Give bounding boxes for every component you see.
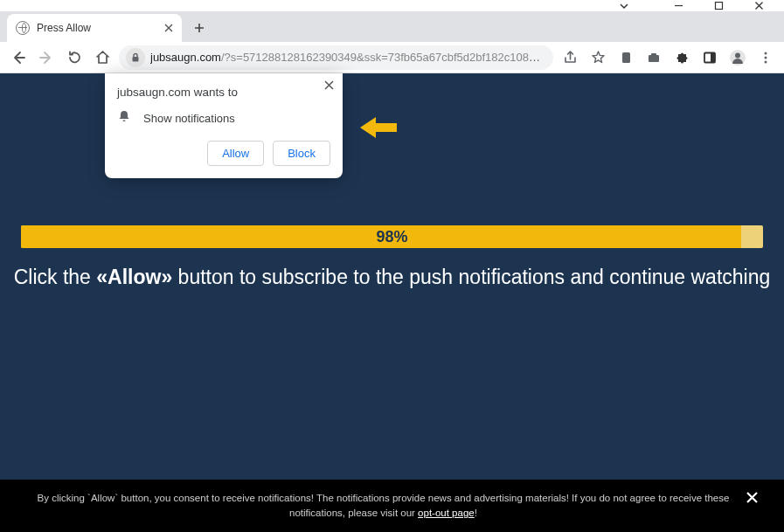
page-content: 98% Click the «Allow» button to subscrib… <box>0 73 784 532</box>
browser-tab[interactable]: Press Allow <box>7 14 182 42</box>
back-button[interactable] <box>7 46 30 69</box>
bookmark-star-icon[interactable] <box>586 46 609 69</box>
svg-rect-4 <box>649 55 659 62</box>
share-icon[interactable] <box>559 46 581 69</box>
consent-footer: By clicking `Allow` button, you consent … <box>0 480 784 533</box>
close-prompt-icon[interactable] <box>324 79 334 93</box>
chevron-down-icon[interactable] <box>611 0 637 11</box>
prompt-body-text: Show notifications <box>143 112 235 125</box>
svg-point-11 <box>765 56 767 59</box>
reload-button[interactable] <box>63 46 86 69</box>
maximize-button[interactable] <box>698 0 739 11</box>
progress-bar-track: 98% <box>21 225 763 248</box>
opt-out-link[interactable]: opt-out page <box>418 508 475 518</box>
block-button[interactable]: Block <box>273 141 330 166</box>
new-tab-button[interactable] <box>187 16 212 40</box>
sidepanel-icon[interactable] <box>698 46 721 69</box>
globe-icon <box>16 21 30 35</box>
lock-icon[interactable] <box>126 48 145 67</box>
close-footer-icon[interactable] <box>746 488 758 509</box>
tab-strip: Press Allow <box>0 11 784 42</box>
profile-avatar-icon[interactable] <box>726 46 749 69</box>
footer-text: By clicking `Allow` button, you consent … <box>38 493 730 518</box>
pointer-arrow-icon <box>360 115 397 143</box>
notification-permission-prompt: jubsaugn.com wants to Show notifications… <box>105 73 343 178</box>
svg-rect-2 <box>133 57 139 62</box>
instruction-before: Click the <box>14 266 97 288</box>
omnibox[interactable]: jubsaugn.com/?s=571288128162390349&ssk=7… <box>119 45 553 70</box>
close-tab-icon[interactable] <box>164 22 173 35</box>
svg-rect-7 <box>711 52 715 62</box>
svg-rect-5 <box>651 53 656 56</box>
forward-button[interactable] <box>35 46 58 69</box>
footer-text-end: ! <box>475 508 477 518</box>
tab-title: Press Allow <box>37 22 91 34</box>
svg-rect-1 <box>715 3 722 10</box>
prompt-title: jubsaugn.com wants to <box>117 86 330 99</box>
extensions-puzzle-icon[interactable] <box>670 46 693 69</box>
browser-toolbar: jubsaugn.com/?s=571288128162390349&ssk=7… <box>0 42 784 73</box>
svg-rect-3 <box>622 52 630 63</box>
close-window-button[interactable] <box>739 0 779 11</box>
url-text: jubsaugn.com/?s=571288128162390349&ssk=7… <box>150 51 546 64</box>
progress-percent-label: 98% <box>21 225 763 248</box>
menu-dots-icon[interactable] <box>754 46 777 69</box>
svg-point-9 <box>735 52 740 58</box>
url-domain: jubsaugn.com <box>150 51 221 64</box>
window-titlebar <box>0 0 784 11</box>
bell-icon <box>117 109 131 127</box>
svg-point-10 <box>765 52 767 54</box>
extension-icon-2[interactable] <box>642 46 665 69</box>
url-path: /?s=571288128162390349&ssk=73fb65a67cbf5… <box>221 51 546 64</box>
instruction-after: button to subscribe to the push notifica… <box>172 266 770 288</box>
instruction-text: Click the «Allow» button to subscribe to… <box>0 266 784 289</box>
svg-point-12 <box>765 60 767 63</box>
minimize-button[interactable] <box>658 0 698 11</box>
instruction-strong: «Allow» <box>96 266 172 288</box>
allow-button[interactable]: Allow <box>207 141 264 166</box>
extension-icon-1[interactable] <box>614 46 637 69</box>
home-button[interactable] <box>91 46 114 69</box>
